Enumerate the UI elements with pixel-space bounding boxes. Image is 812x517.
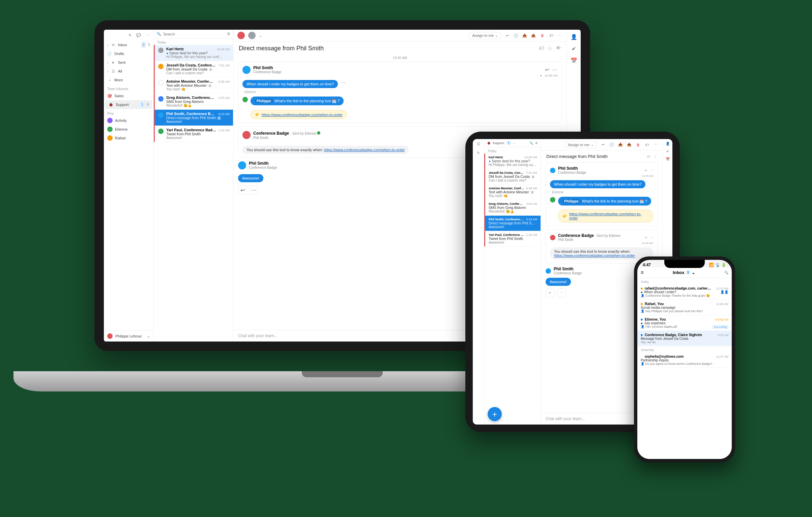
menu-icon[interactable]: ☰ <box>473 139 484 149</box>
conversation-row[interactable]: Antoine Meunier, Confer…6:39 AM Text wit… <box>484 185 541 200</box>
sidebar-item-sales[interactable]: 🎯 Sales <box>104 91 153 100</box>
reply-icon[interactable]: ↩ <box>504 33 510 38</box>
label-icon[interactable]: 🏷 <box>548 33 554 38</box>
conversation-row[interactable]: Greg Alstorm, Conferenc…4:03 AM SMS from… <box>484 200 541 216</box>
menu-icon[interactable]: ☰ <box>641 271 644 274</box>
toolbar-more-icon[interactable]: ⋯ <box>653 142 658 147</box>
clock-icon[interactable]: 🕘 <box>513 33 519 38</box>
trash-icon[interactable]: 🗑 <box>540 33 545 38</box>
list-item[interactable]: Rafael, You11:06 AM Social media campaig… <box>637 300 732 315</box>
check-icon[interactable]: ✔ <box>572 46 576 52</box>
check-icon[interactable]: ✔ <box>666 149 669 153</box>
sidebar-item-all[interactable]: ›☰ All <box>104 67 153 76</box>
reply-icon[interactable]: ↩ <box>600 142 606 147</box>
conversation-row[interactable]: Yari Paul, Conference Bad…1:22 AM Tweet … <box>154 126 233 142</box>
inbox-move-icon[interactable]: 📤 <box>531 33 536 38</box>
star-icon[interactable]: ☆ <box>654 155 657 158</box>
user-icon[interactable]: 👤 <box>571 34 577 40</box>
sidebar-item-more[interactable]: ＋ More <box>104 76 153 84</box>
eye-icon[interactable]: 👁 <box>556 45 561 52</box>
message-author: Phil Smith <box>249 161 277 166</box>
list-item[interactable]: Conference Badge, Claire Sighrim6:23 AM … <box>637 331 732 346</box>
inbox-icon: ✉ <box>111 42 116 48</box>
sidebar-head-team: Team Inboxes <box>104 84 153 91</box>
message-more-icon[interactable]: ⋯ <box>650 236 653 239</box>
assign-button[interactable]: Assign to me ⌄ <box>469 32 501 39</box>
trash-icon[interactable]: 🗑 <box>635 142 641 147</box>
conversation-row[interactable]: Phil Smith, Conference B…3:13 AM Direct … <box>484 216 541 231</box>
user-icon[interactable]: 👤 <box>666 142 670 145</box>
search-icon[interactable]: 🔍 <box>529 141 533 145</box>
list-item[interactable]: orphelia@nytimes.com11:37 AM Partnership… <box>637 352 732 368</box>
list-item[interactable]: Etienne, You● 8:02 AM ● July expenses 👤 … <box>637 315 732 331</box>
calendar-icon[interactable]: 📅 <box>666 157 670 161</box>
phone-list[interactable]: Today rafael@conferencebadge.com, carlee… <box>637 278 732 459</box>
star-icon[interactable]: ☆ <box>548 45 552 52</box>
search-input[interactable] <box>163 32 225 36</box>
conversation-row[interactable]: Antoine Meunier, Confer…6:39 AM Text wit… <box>154 77 233 93</box>
avatar[interactable] <box>237 32 245 39</box>
status-time: 4:47 <box>643 263 651 267</box>
reply-button[interactable]: ↩ <box>238 186 247 194</box>
sidebar-user[interactable]: Philippe Lehoux ⌄ <box>104 330 153 342</box>
conversation-row[interactable]: Greg Alstorm, Conferenc…4:03 AM SMS from… <box>154 93 233 110</box>
sidebar-item-inbox[interactable]: ›✉ Inbox 3 5 <box>104 40 153 49</box>
search-bar[interactable]: 🔍 ⚙ <box>154 30 233 38</box>
sidebar-item-activity[interactable]: Activity <box>104 116 153 125</box>
conversation-row[interactable]: Jessell Da Costa, Confere…7:51 AM DM fro… <box>154 61 233 77</box>
list-item[interactable]: rafael@conferencebadge.com, carlee@disne… <box>637 284 732 300</box>
label-icon[interactable]: 🏷 <box>644 142 649 147</box>
sidebar-head-pins: Pins <box>104 109 153 116</box>
reply-icon[interactable]: ↩ <box>645 236 647 239</box>
phone-title[interactable]: Inbox 3 ⌄ <box>673 270 695 275</box>
avatar <box>158 112 164 118</box>
compose-icon[interactable]: ✎ <box>127 32 133 38</box>
inbox-move-icon[interactable]: 📤 <box>627 142 632 147</box>
status-icons: 📶 📡 🔋 <box>709 263 726 267</box>
sidebar-item-support[interactable]: 🐞 Support 1 6 <box>105 100 152 109</box>
avatar[interactable] <box>248 32 256 39</box>
ipad-header: 🐞 Support 1 ⌄ 🔍 ⚙ <box>484 139 541 147</box>
search-icon[interactable]: 🔍 <box>724 271 728 274</box>
sidebar-more-icon[interactable]: ⋯ <box>145 32 150 38</box>
assign-button[interactable]: Assign to me ⌄ <box>565 141 597 148</box>
archive-icon[interactable]: 📥 <box>618 142 623 147</box>
bubble-more-icon[interactable]: ⋯ <box>341 80 345 85</box>
toolbar-more-icon[interactable]: ⋯ <box>557 33 562 38</box>
filter-icon[interactable]: ⚙ <box>535 141 538 145</box>
conversation-row[interactable]: Karl Hertz10:44 AM ● Same deal for this … <box>154 45 233 61</box>
message-author: Phil Smith <box>253 65 281 70</box>
reply-icon[interactable]: ↩ <box>645 169 647 172</box>
tag-icon[interactable]: 🏷 <box>647 155 650 158</box>
message-more-icon[interactable]: ⋯ <box>552 66 557 73</box>
conversation-row[interactable]: Jessell Da Costa, Confere…7:51 AM DM fro… <box>484 169 541 185</box>
reply-more-button[interactable]: ⋯ <box>557 289 566 297</box>
chevron-down-icon[interactable]: ⌄ <box>513 141 516 145</box>
reply-more-button[interactable]: ⋯ <box>250 186 258 194</box>
clock-icon[interactable]: 🕘 <box>609 142 614 147</box>
sidebar-item-etienne[interactable]: Etienne <box>104 125 153 134</box>
calendar-icon[interactable]: 📅 <box>571 57 577 64</box>
compose-icon[interactable]: ✎ <box>473 149 484 157</box>
link-bubble[interactable]: 👉 https://www.conferencebadge.com/when-t… <box>251 110 347 119</box>
conversation-row[interactable]: Karl Hertz10:44 AM ● Same deal for this … <box>484 154 541 169</box>
sidebar-item-rafael[interactable]: Rafael <box>104 134 153 142</box>
chevron-down-icon[interactable]: ⌄ <box>259 33 262 38</box>
tag-icon[interactable]: 🏷 <box>539 45 544 52</box>
conversation-row[interactable]: Phil Smith, Conference B…3:13 AM Direct … <box>154 110 233 126</box>
message-more-icon[interactable]: ⋯ <box>650 169 653 172</box>
reply-icon[interactable]: ↩ <box>545 66 549 73</box>
message-bubble: You should use this tool to know exactly… <box>550 247 653 260</box>
compose-fab[interactable]: ＋ <box>488 407 502 421</box>
sidebar-item-drafts[interactable]: 📄 Drafts <box>104 49 153 58</box>
chat-icon[interactable]: 💬 <box>136 32 141 38</box>
filter-icon[interactable]: ⚙ <box>227 32 230 36</box>
conversation-title: Direct message from Phil Smith <box>546 154 644 159</box>
reply-button[interactable]: ↩ <box>546 289 554 297</box>
message-context: Conference Badge <box>253 70 281 74</box>
avatar <box>242 66 251 74</box>
link-bubble[interactable]: 👉 https://www.conferencebadge.com/when-t… <box>558 210 653 222</box>
conversation-row[interactable]: Yari Paul, Conference Bad…1:22 AM Tweet … <box>484 231 541 247</box>
archive-icon[interactable]: 📥 <box>522 33 527 38</box>
sidebar-item-sent[interactable]: ›➤ Sent <box>104 58 153 67</box>
